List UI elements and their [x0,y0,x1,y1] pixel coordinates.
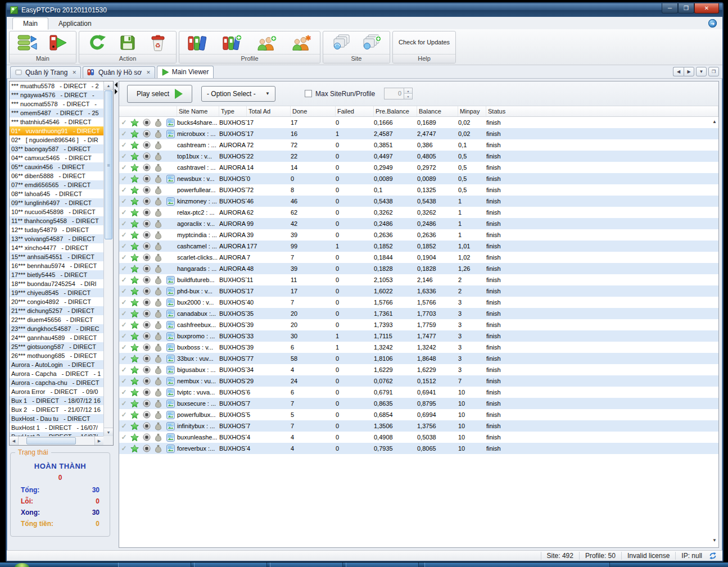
stop-icon[interactable] [141,265,152,273]
star-icon[interactable] [129,366,141,374]
stop-icon[interactable] [141,287,152,295]
play-select-button[interactable]: Play select [127,85,192,103]
check-icon[interactable]: ✓ [119,321,129,329]
stop-icon[interactable] [141,276,152,284]
stop-icon[interactable] [141,444,152,452]
sidebar-splitter[interactable] [114,80,119,549]
profile-list-item[interactable]: 20*** congio4892 - DIRECT [10,297,103,306]
site-table-row[interactable]: ✓nembux : vu...BUXHOST292400,07620,15127… [119,375,718,387]
moneybag-icon[interactable] [152,186,164,194]
site-table-row[interactable]: ✓top1bux : v...BUXHOST222200,44970,48050… [119,151,718,162]
option-select-dropdown[interactable]: - Option Select - ▼ [201,86,275,102]
star-icon[interactable] [129,400,141,408]
check-icon[interactable]: ✓ [119,220,129,228]
star-icon[interactable] [129,164,141,172]
star-icon[interactable] [129,422,141,430]
site-table-row[interactable]: ✓buxpromo : ...BUXHOST333011,71151,74773… [119,330,718,342]
ribbon-tab-application[interactable]: Application [48,18,102,29]
close-button[interactable]: ✕ [694,3,719,13]
check-icon[interactable]: ✓ [119,141,129,149]
check-icon[interactable]: ✓ [119,444,129,452]
site-table-row[interactable]: ✓infinitybux : ...BUXHOST7701,35061,3756… [119,420,718,432]
site-table-row[interactable]: ✓33bux : vuv...BUXHOST775801,81061,86483… [119,353,718,364]
site-table-row[interactable]: ✓cashtravel : ...AURORA141400,29490,2972… [119,162,718,173]
site-table-row[interactable]: ✓bux2000 : v...BUXHOST40701,57661,57663f… [119,297,718,308]
stop-icon[interactable] [141,231,152,239]
ribbon-tab-main[interactable]: Main [12,17,48,30]
check-icon[interactable]: ✓ [119,332,129,340]
moneybag-icon[interactable] [152,388,164,397]
stop-icon[interactable] [141,388,152,396]
stop-icon[interactable] [141,242,152,250]
title-bar[interactable]: EasyPTCPro 201201101530 ─ ❐ ✕ [7,3,722,17]
scroll-right-icon[interactable]: ▶ [94,437,103,445]
tab-scroll-left-icon[interactable]: ◀ [673,67,684,76]
profile-list-item[interactable]: 14** xincho4477 - DIRECT [10,243,103,252]
site-table-row[interactable]: ✓buxboss : v...BUXHOST39611,32421,32423f… [119,342,718,353]
stop-icon[interactable] [141,253,152,261]
profile-list-item[interactable]: 07** emdi656565 - DIRECT [10,180,103,189]
stop-icon[interactable] [141,119,152,126]
check-icon[interactable]: ✓ [119,433,129,441]
tab-list-dropdown-icon[interactable]: ▼ [696,67,707,76]
user-add-icon[interactable] [257,33,277,52]
profile-list-item[interactable]: 24*** gannhau4589 - DIRECT [10,333,103,342]
stop-icon[interactable] [141,152,152,160]
profile-list-item[interactable]: 04** camxuc5465 - DIRECT [10,153,103,162]
profile-list-item[interactable]: 21*** dichung5257 - DIRECT [10,306,103,315]
stop-icon[interactable] [141,197,152,205]
profile-list-item[interactable]: 11** thanhcong5458 - DIRECT [10,216,103,225]
profile-list-item[interactable]: 08** lahoa645 - DIRECT [10,189,103,198]
check-icon[interactable]: ✓ [119,298,129,306]
star-icon[interactable] [129,186,141,194]
profile-binders-icon[interactable] [187,33,207,52]
star-icon[interactable] [129,220,141,228]
moneybag-icon[interactable] [152,265,164,273]
check-icon[interactable]: ✓ [119,377,129,385]
profile-list-item[interactable]: *** nuocmat5578 - DIRECT - [10,99,103,108]
stop-icon[interactable] [141,130,152,138]
site-table-row[interactable]: ✓microbuxx : ...BUXHOST171612,45872,4747… [119,128,718,139]
column-header[interactable]: Total Ad [247,106,291,116]
refresh-ip-icon[interactable] [708,552,720,560]
tab-quan-ly-trang[interactable]: Quản lý Trang ✕ [10,66,81,78]
check-icon[interactable]: ✓ [119,411,129,419]
star-icon[interactable] [129,343,141,352]
star-icon[interactable] [129,355,141,363]
stop-icon[interactable] [141,208,152,216]
column-header[interactable]: Pre.Balance [374,106,417,116]
moneybag-icon[interactable] [152,208,164,217]
column-header[interactable]: Done [291,106,336,116]
check-icon[interactable]: ✓ [119,343,129,351]
site-table-row[interactable]: ✓myptcindia : ...AURORA393900,26360,2636… [119,229,718,241]
check-icon[interactable]: ✓ [119,310,129,317]
profile-list-item[interactable]: 16*** bennhau5974 - DIRECT [10,261,103,270]
stop-icon[interactable] [141,332,152,340]
moneybag-icon[interactable] [152,343,164,352]
star-icon[interactable] [129,130,141,138]
moneybag-icon[interactable] [152,377,164,385]
play-profile-icon[interactable] [48,33,68,52]
profile-list-item[interactable]: 05** cauxin456 - DIRECT [10,162,103,171]
site-table-row[interactable]: ✓phd-bux : v...BUXHOST171701,60221,63362… [119,285,718,297]
check-icon[interactable]: ✓ [119,164,129,171]
windows-taskbar[interactable] [0,563,728,567]
stop-icon[interactable] [141,377,152,385]
profile-list-item[interactable]: 22*** diuem45656 - DIRECT [10,315,103,324]
stop-icon[interactable] [141,433,152,441]
stop-icon[interactable] [141,220,152,228]
site-table-row[interactable]: ✓foreverbux :...BUXHOST4400,79350,806510… [119,443,718,454]
star-icon[interactable] [129,152,141,161]
column-header[interactable]: Site Name [177,106,219,116]
profile-add-icon[interactable] [222,33,242,52]
profile-list-item[interactable]: 03** baongay587 - DIRECT [10,144,103,153]
stop-icon[interactable] [141,164,152,171]
profile-list-item[interactable]: Bux 1 - DIRECT - 18/07/12 16 [10,396,103,405]
star-icon[interactable] [129,276,141,284]
stop-icon[interactable] [141,298,152,306]
check-icon[interactable]: ✓ [119,130,129,138]
tab-close-icon[interactable]: ✕ [72,70,76,75]
scroll-down-icon[interactable]: ▼ [712,538,717,543]
moneybag-icon[interactable] [152,366,164,374]
site-table-row[interactable]: ✓powerfullear...BUXHOST72800,10,13250,5f… [119,184,718,196]
